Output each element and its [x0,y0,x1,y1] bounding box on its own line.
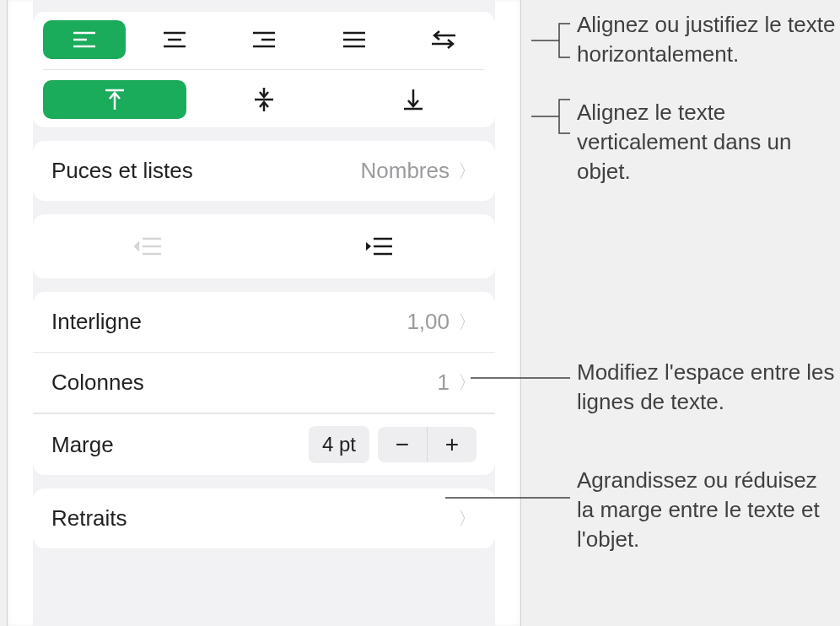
marge-value: 4 pt [309,426,369,463]
chevron-right-icon: 〉 [458,310,477,335]
format-panel-outer: Puces et listes Nombres 〉 [7,0,521,626]
valign-middle-icon [253,87,275,112]
align-center-button[interactable] [133,20,216,59]
align-center-icon [162,30,187,49]
valign-bottom-icon [402,88,424,111]
valign-middle-button[interactable] [192,80,336,119]
indent-group [33,214,495,278]
colonnes-row[interactable]: Colonnes 1 〉 [33,353,495,413]
interligne-label: Interligne [51,309,142,335]
align-left-button[interactable] [43,20,126,59]
marge-row: Marge 4 pt − + [33,413,495,475]
bullets-row[interactable]: Puces et listes Nombres 〉 [33,141,495,201]
vertical-align-row [43,70,485,119]
marge-plus-button[interactable]: + [428,427,477,462]
svg-marker-27 [366,242,371,251]
indent-icon [365,235,394,257]
chevron-right-icon: 〉 [458,159,477,184]
align-right-button[interactable] [223,20,305,59]
callout-h-align: Alignez ou justifiez le texte horizontal… [577,10,838,69]
bullets-value-wrap: Nombres 〉 [361,158,477,184]
callout-line [445,489,572,506]
colonnes-label: Colonnes [51,370,144,396]
marge-stepper-ctrl: − + [378,427,477,462]
chevron-right-icon: 〉 [458,506,477,532]
callouts-layer: Alignez ou justifiez le texte horizontal… [521,0,840,626]
interligne-value: 1,00 [407,309,450,335]
bullets-label: Puces et listes [51,158,193,184]
text-direction-icon [430,30,457,50]
retraits-label: Retraits [51,505,127,532]
bullets-group: Puces et listes Nombres 〉 [33,141,495,201]
callout-marge: Agrandissez ou réduisez la marge entre l… [577,466,830,554]
bullets-value: Nombres [361,158,450,184]
colonnes-value: 1 [438,370,450,396]
align-justify-button[interactable] [313,20,396,59]
marge-minus-button[interactable]: − [378,427,427,462]
retraits-row[interactable]: Retraits 〉 [33,488,495,548]
align-right-icon [251,30,277,49]
outdent-icon [134,235,163,257]
outdent-button[interactable] [56,229,241,263]
marge-stepper: 4 pt − + [309,426,477,463]
interligne-row[interactable]: Interligne 1,00 〉 [33,292,495,353]
align-left-icon [72,30,97,49]
retraits-group: Retraits 〉 [33,488,495,548]
callout-line [521,17,572,67]
marge-label: Marge [51,432,114,458]
spacing-group: Interligne 1,00 〉 Colonnes 1 〉 Marge 4 p… [33,292,495,475]
text-direction-button[interactable] [402,20,485,59]
alignment-group [33,12,495,127]
align-justify-icon [342,30,367,49]
callout-interligne: Modifiez l'espace entre les lignes de te… [577,358,840,417]
valign-top-button[interactable] [43,80,186,119]
interligne-value-wrap: 1,00 〉 [407,309,477,335]
valign-bottom-button[interactable] [342,80,485,119]
callout-v-align: Alignez le texte verticalement dans un o… [577,98,830,186]
horizontal-align-row [43,20,485,70]
valign-top-icon [104,88,126,111]
format-panel: Puces et listes Nombres 〉 [33,0,495,626]
callout-line [471,370,572,386]
indent-button[interactable] [287,229,472,263]
callout-line [521,93,572,143]
